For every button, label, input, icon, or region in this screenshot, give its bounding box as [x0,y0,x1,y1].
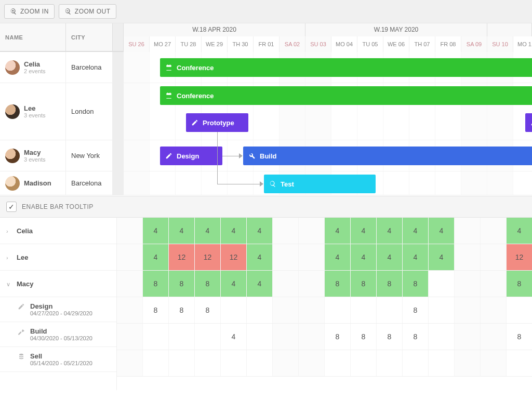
histogram-cell [143,350,169,376]
splitter[interactable] [113,171,124,195]
histogram-cell: 8 [143,271,169,297]
wrench-icon [248,152,256,159]
event-label: Build [260,152,277,160]
event-bar[interactable] [525,113,533,132]
histogram-cell: 4 [429,244,455,270]
zoom-in-button[interactable]: ZOOM IN [4,4,55,19]
histogram-cell [455,324,481,350]
dependency-arrow-icon [239,153,243,158]
pencil-icon [18,302,26,312]
tree-task-dates: 04/27/2020 - 04/29/2020 [30,310,92,316]
tree-task-dates: 04/30/2020 - 05/13/2020 [30,335,92,341]
enable-tooltip-label: ENABLE BAR TOOLTIP [22,203,94,210]
pencil-icon [191,119,198,126]
timeline[interactable]: W.18 APR 2020W.19 MAY 2020 SU 26MO 27TU … [124,23,532,195]
resource-subtext: 3 events [24,112,46,118]
histogram-grid[interactable]: 4444444444441212124444441288844888888888… [117,218,532,390]
histogram-cell [117,244,143,270]
tree-group-name: Celia [17,227,33,235]
week-header: W.18 APR 2020 [124,23,305,36]
event-bar[interactable]: Build [243,147,532,165]
splitter[interactable] [113,52,124,83]
calendar-icon [165,92,172,99]
histogram-cell: 4 [429,218,455,244]
splitter[interactable] [113,23,124,51]
event-bar[interactable]: Design [160,147,222,165]
event-bar[interactable]: Conference [160,86,532,105]
histogram-cell [429,297,455,323]
histogram-cell [481,324,507,350]
histogram-cell [169,324,195,350]
resource-city: Barcelona [66,171,113,195]
histogram-cell: 4 [377,244,403,270]
splitter[interactable] [113,140,124,171]
histogram-cell: 8 [403,297,429,323]
tree-task[interactable]: Design 04/27/2020 - 04/29/2020 [0,297,116,322]
histogram-cell: 4 [403,244,429,270]
tree-group[interactable]: › Celia [0,218,116,244]
histogram-cell: 8 [143,297,169,323]
tree-group[interactable]: ∨ Macy [0,271,116,297]
histogram-cell [429,324,455,350]
histogram-cell [481,271,507,297]
histogram-cell: 4 [221,271,247,297]
histogram-cell [481,244,507,270]
resource-row[interactable]: Madison Barcelona [0,171,124,195]
histogram-row: 8888 [117,297,532,324]
histogram-cell: 4 [325,244,351,270]
enable-tooltip-checkbox[interactable]: ✓ [6,202,17,212]
histogram-cell: 12 [169,244,195,270]
day-header: SA 09 [461,36,487,52]
histogram-cell: 8 [325,271,351,297]
histogram-cell [455,218,481,244]
histogram-row [117,350,532,377]
event-bar[interactable]: Prototype [186,113,248,132]
day-header: MO 04 [331,36,357,52]
tree-task[interactable]: Build 04/30/2020 - 05/13/2020 [0,322,116,347]
event-label: Test [281,180,294,188]
pencil-icon [530,119,533,126]
dependency-line [217,184,260,184]
histogram-cell: 4 [221,324,247,350]
histogram-cell: 4 [247,218,273,244]
histogram-cell: 8 [507,324,532,350]
histogram-cell [351,297,377,323]
resource-row[interactable]: Lee 3 events London [0,83,124,140]
histogram-cell: 8 [325,324,351,350]
zoom-out-button[interactable]: ZOOM OUT [59,4,116,19]
histogram-cell: 4 [247,244,273,270]
event-label: Conference [177,92,214,100]
event-bar[interactable]: Conference [160,58,532,77]
splitter[interactable] [113,83,124,140]
histogram-cell [481,350,507,376]
resource-row[interactable]: Macy 3 events New York [0,140,124,171]
histogram-cell: 4 [351,244,377,270]
event-label: Conference [177,64,214,72]
avatar [5,149,20,163]
histogram-cell: 8 [351,324,377,350]
histogram-cell: 8 [195,271,221,297]
resource-column: NAME CITY Celia 2 events Barcelona [0,23,124,195]
dependency-line [217,132,218,184]
event-label: Design [177,152,199,160]
resource-subtext: 2 events [24,68,46,74]
chevron-right-icon: › [6,254,12,261]
histogram-cell [117,218,143,244]
histogram-cell [455,297,481,323]
histogram-cell [221,350,247,376]
event-bar[interactable]: Test [264,175,376,193]
resource-row[interactable]: Celia 2 events Barcelona [0,52,124,83]
histogram-cell [143,324,169,350]
day-header: TH 07 [409,36,435,52]
histogram-cell [481,218,507,244]
histogram-cell: 8 [403,324,429,350]
tree-group-name: Lee [17,254,28,261]
header-name[interactable]: NAME [0,23,66,51]
tree-group[interactable]: › Lee [0,244,116,271]
histogram-cell [247,324,273,350]
histogram-cell [299,244,325,270]
histogram-cell: 12 [507,244,532,270]
tree-task[interactable]: Sell 05/14/2020 - 05/21/2020 [0,347,116,372]
header-city[interactable]: CITY [66,23,113,51]
histogram-cell: 8 [351,271,377,297]
